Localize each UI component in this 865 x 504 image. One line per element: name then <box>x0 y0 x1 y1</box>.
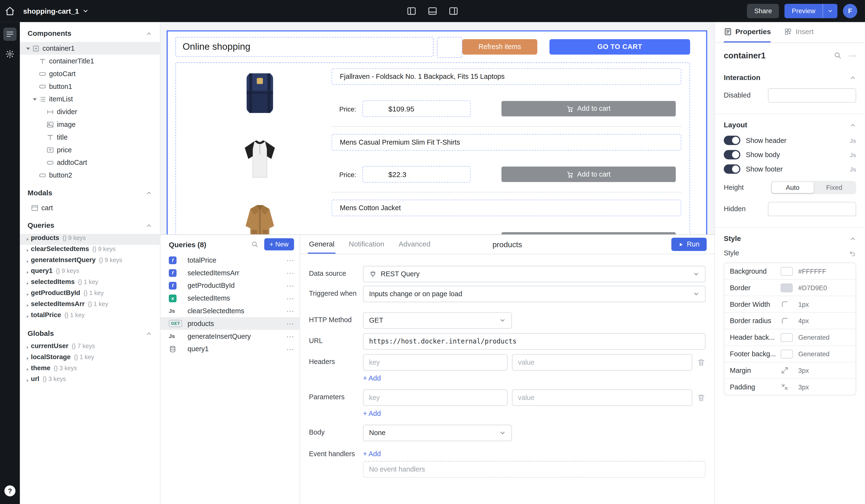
js-toggle-icon[interactable]: Js <box>850 166 856 173</box>
tab-insert[interactable]: Insert <box>784 22 814 43</box>
query-item-generateinsertquery[interactable]: JsgenerateInsertQuery⋯ <box>160 330 300 342</box>
kebab-menu-icon[interactable]: ⋯ <box>286 319 294 327</box>
kebab-menu-icon[interactable]: ⋯ <box>286 307 294 315</box>
caret-right-icon[interactable] <box>24 270 31 275</box>
state-query-generateinsertquery[interactable]: generateInsertQuery{} 9 keys <box>20 256 160 267</box>
state-query-selecteditems[interactable]: selectedItems{} 1 key <box>20 278 160 289</box>
toggle-bottom-panel-icon[interactable] <box>427 6 437 16</box>
refresh-items-button[interactable]: Refresh items <box>462 39 537 55</box>
modal-item-cart[interactable]: cart <box>20 201 160 214</box>
toggle-switch-show-footer[interactable] <box>724 164 740 174</box>
tab-general[interactable]: General <box>308 235 335 254</box>
toggle-right-panel-icon[interactable] <box>449 6 459 16</box>
kebab-menu-icon[interactable]: ⋯ <box>286 256 294 264</box>
globals-section-header[interactable]: Globals <box>20 322 160 342</box>
color-swatch[interactable] <box>781 333 793 342</box>
height-fixed-option[interactable]: Fixed <box>814 182 855 193</box>
js-toggle-icon[interactable]: Js <box>850 137 856 144</box>
caret-right-icon[interactable] <box>24 237 31 242</box>
pages-menu-button[interactable] <box>3 28 16 41</box>
kebab-menu-icon[interactable]: ⋯ <box>286 294 294 302</box>
tab-properties[interactable]: Properties <box>724 22 771 43</box>
tab-advanced[interactable]: Advanced <box>397 235 431 254</box>
query-item-totalprice[interactable]: ftotalPrice⋯ <box>160 254 300 267</box>
caret-right-icon[interactable] <box>24 356 31 361</box>
state-query-selecteditemsarr[interactable]: selectedItemsArr{} 1 key <box>20 300 160 311</box>
tree-item-addtocart[interactable]: addtoCart <box>20 156 160 169</box>
toggle-left-panel-icon[interactable] <box>406 6 416 16</box>
tree-item-button1[interactable]: button1 <box>20 80 160 93</box>
add-parameter-link[interactable]: + Add <box>363 410 381 418</box>
triggered-when-select[interactable]: Inputs change or on page load <box>363 286 706 302</box>
add-header-link[interactable]: + Add <box>363 375 381 382</box>
style-header[interactable]: Style <box>724 232 856 249</box>
tab-notification[interactable]: Notification <box>348 235 385 254</box>
state-query-clearselectedtems[interactable]: clearSelectedtems{} 9 keys <box>20 245 160 256</box>
user-avatar[interactable]: F <box>843 4 857 18</box>
parameter-value-input[interactable] <box>512 389 692 406</box>
run-query-button[interactable]: Run <box>671 238 707 251</box>
app-canvas[interactable]: Online shopping Refresh items GO TO CART… <box>166 30 707 237</box>
caret-right-icon[interactable] <box>24 259 31 264</box>
caret-right-icon[interactable] <box>24 292 31 297</box>
kebab-menu-icon[interactable]: ⋯ <box>286 269 294 277</box>
container-title-widget[interactable]: Online shopping <box>175 37 434 57</box>
state-global-localstorage[interactable]: localStorage{} 1 key <box>20 353 160 364</box>
search-icon[interactable] <box>251 241 258 248</box>
delete-header-icon[interactable] <box>697 358 706 367</box>
tree-item-divider[interactable]: divider <box>20 105 160 118</box>
tree-item-itemlist[interactable]: itemList <box>20 93 160 105</box>
state-query-query1[interactable]: query1{} 9 keys <box>20 267 160 278</box>
caret-right-icon[interactable] <box>24 281 31 286</box>
state-query-products[interactable]: products{} 9 keys <box>20 234 160 245</box>
help-button[interactable]: ? <box>4 485 15 496</box>
query-item-selecteditems[interactable]: xselectedItems⋯ <box>160 292 300 305</box>
js-toggle-icon[interactable]: Js <box>850 151 856 158</box>
http-method-select[interactable]: GET <box>363 312 512 329</box>
add-to-cart-button[interactable]: Add to cart <box>501 166 676 182</box>
state-global-url[interactable]: url{} 3 keys <box>20 375 160 386</box>
color-swatch[interactable] <box>781 283 793 292</box>
delete-parameter-icon[interactable] <box>697 393 706 402</box>
interaction-header[interactable]: Interaction <box>724 71 856 88</box>
kebab-menu-icon[interactable]: ⋯ <box>286 282 294 289</box>
toggle-switch-show-header[interactable] <box>724 136 740 145</box>
query-item-selecteditemsarr[interactable]: fselectedItemsArr⋯ <box>160 267 300 279</box>
caret-right-icon[interactable] <box>24 345 31 350</box>
toggle-switch-show-body[interactable] <box>724 150 740 159</box>
caret-down-icon[interactable] <box>24 45 32 52</box>
url-input[interactable] <box>363 333 706 350</box>
tree-item-image[interactable]: image <box>20 118 160 131</box>
header-key-input[interactable] <box>363 354 508 371</box>
tree-item-title[interactable]: title <box>20 131 160 143</box>
query-item-query1[interactable]: query1⋯ <box>160 342 300 355</box>
modals-section-header[interactable]: Modals <box>20 181 160 201</box>
item-list-widget[interactable]: Fjallraven - Foldsack No. 1 Backpack, Fi… <box>175 62 690 237</box>
parameter-key-input[interactable] <box>363 389 508 406</box>
height-auto-option[interactable]: Auto <box>772 182 814 193</box>
tree-item-containertitle1[interactable]: containerTitle1 <box>20 55 160 67</box>
hidden-input[interactable] <box>768 202 856 216</box>
search-icon[interactable] <box>833 51 842 60</box>
header-value-input[interactable] <box>512 354 692 371</box>
add-event-handler-link[interactable]: + Add <box>363 450 381 458</box>
query-item-getproductbyid[interactable]: fgetProductById⋯ <box>160 279 300 292</box>
layout-header[interactable]: Layout <box>724 119 856 136</box>
kebab-menu-icon[interactable]: ⋯ <box>849 52 856 59</box>
preview-dropdown-button[interactable] <box>822 4 838 18</box>
disabled-input[interactable] <box>768 88 856 103</box>
settings-button[interactable] <box>3 47 16 60</box>
kebab-menu-icon[interactable]: ⋯ <box>286 332 294 340</box>
caret-right-icon[interactable] <box>24 248 31 253</box>
color-swatch[interactable] <box>781 349 793 358</box>
new-query-button[interactable]: + New <box>264 238 294 250</box>
caret-right-icon[interactable] <box>24 303 31 308</box>
app-name-menu[interactable]: shopping-cart_1 <box>23 7 89 15</box>
kebab-menu-icon[interactable]: ⋯ <box>286 345 294 353</box>
preview-button[interactable]: Preview <box>785 4 822 18</box>
body-select[interactable]: None <box>363 425 512 441</box>
tree-item-price[interactable]: price <box>20 143 160 156</box>
caret-right-icon[interactable] <box>24 367 31 372</box>
queries-section-header[interactable]: Queries <box>20 214 160 234</box>
add-to-cart-button[interactable]: Add to cart <box>501 101 676 116</box>
